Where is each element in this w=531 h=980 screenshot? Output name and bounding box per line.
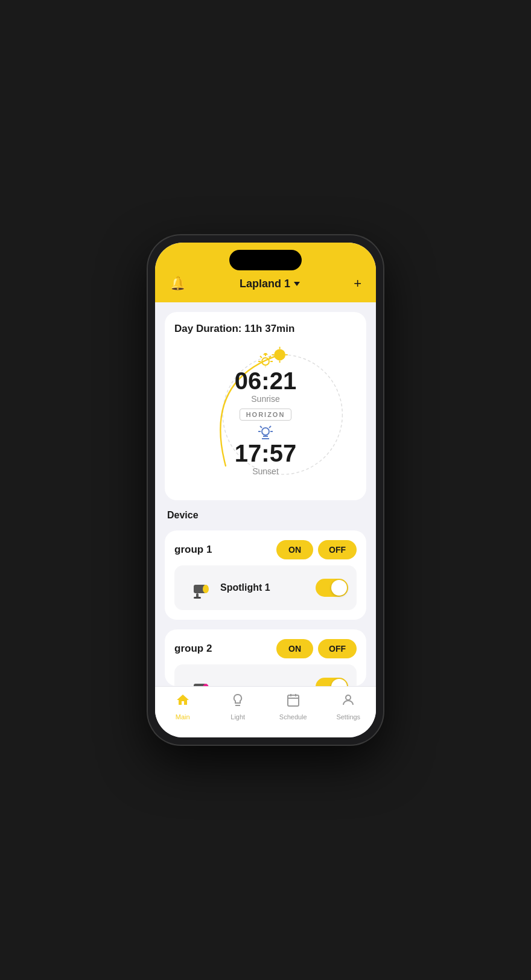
group2-toggle[interactable] xyxy=(316,678,348,686)
nav-settings[interactable]: Settings xyxy=(330,693,366,721)
sunrise-label: Sunrise xyxy=(251,394,279,404)
sunrise-icon xyxy=(256,353,275,369)
sunrise-time: 06:21 xyxy=(235,369,296,393)
nav-settings-label: Settings xyxy=(336,713,360,721)
nav-main[interactable]: Main xyxy=(165,693,201,721)
location-selector[interactable]: Lapland 1 xyxy=(240,278,300,290)
nav-light[interactable]: Light xyxy=(220,693,256,721)
group2-device-item xyxy=(174,664,357,686)
svg-line-13 xyxy=(269,356,271,358)
group1-header: group 1 ON OFF xyxy=(174,540,357,559)
group1-card: group 1 ON OFF xyxy=(165,530,366,620)
group2-card: group 2 ON OFF xyxy=(165,629,366,686)
dynamic-island xyxy=(229,250,302,270)
group2-on-button[interactable]: ON xyxy=(276,639,313,658)
svg-point-7 xyxy=(262,358,269,365)
scroll-content: Day Duration: 11h 37min xyxy=(155,302,376,686)
group2-header: group 2 ON OFF xyxy=(174,639,357,658)
svg-rect-24 xyxy=(194,597,201,599)
svg-point-22 xyxy=(203,585,209,593)
spotlight1-toggle[interactable] xyxy=(316,579,348,597)
sunrise-info: 06:21 Sunrise xyxy=(235,353,296,404)
nav-main-label: Main xyxy=(176,713,190,721)
location-name: Lapland 1 xyxy=(240,278,290,290)
nav-light-label: Light xyxy=(231,713,245,721)
toggle-knob-2 xyxy=(331,679,347,686)
sun-card: Day Duration: 11h 37min xyxy=(165,312,366,500)
phone-device: 🔔 Lapland 1 + Day Duration: 11h 37min xyxy=(148,235,383,745)
device-section-label: Device xyxy=(165,510,366,521)
group2-name: group 2 xyxy=(174,643,212,655)
add-icon[interactable]: + xyxy=(354,276,361,291)
phone-screen: 🔔 Lapland 1 + Day Duration: 11h 37min xyxy=(155,243,376,737)
group1-buttons: ON OFF xyxy=(276,540,357,559)
spotlight1-name: Spotlight 1 xyxy=(220,582,308,593)
toggle-knob xyxy=(331,580,347,596)
sunset-info: 17:57 Sunset xyxy=(235,425,296,476)
svg-line-18 xyxy=(269,426,271,428)
nav-schedule[interactable]: Schedule xyxy=(275,693,311,721)
sun-visual: 06:21 Sunrise HORIZON xyxy=(174,342,357,487)
person-icon xyxy=(341,693,355,711)
svg-rect-30 xyxy=(288,695,299,706)
svg-point-14 xyxy=(262,428,269,435)
sunset-time: 17:57 xyxy=(235,441,296,465)
svg-point-34 xyxy=(346,695,351,700)
day-duration-title: Day Duration: 11h 37min xyxy=(174,323,357,335)
spotlight1-icon xyxy=(183,573,213,603)
group1-on-button[interactable]: ON xyxy=(276,540,313,559)
chevron-down-icon xyxy=(294,282,300,286)
nav-schedule-label: Schedule xyxy=(279,713,307,721)
svg-line-12 xyxy=(260,356,262,358)
sun-center-content: 06:21 Sunrise HORIZON xyxy=(235,353,296,476)
group2-off-button[interactable]: OFF xyxy=(318,639,357,658)
calendar-icon xyxy=(286,693,300,711)
spotlight1-icon-wrap xyxy=(183,573,213,603)
spotlight1-item: Spotlight 1 xyxy=(174,565,357,610)
sunset-icon xyxy=(256,425,275,441)
notification-icon[interactable]: 🔔 xyxy=(170,276,186,291)
light-bulb-icon xyxy=(231,693,245,711)
bottom-nav: Main Light xyxy=(155,686,376,737)
home-icon xyxy=(176,693,190,711)
group2-spotlight-icon xyxy=(183,672,213,686)
group2-buttons: ON OFF xyxy=(276,639,357,658)
group2-device-icon-wrap xyxy=(183,672,213,686)
svg-line-17 xyxy=(260,426,262,428)
horizon-badge: HORIZON xyxy=(240,409,292,421)
group1-name: group 1 xyxy=(174,544,212,556)
sunset-label: Sunset xyxy=(252,466,279,476)
group1-off-button[interactable]: OFF xyxy=(318,540,357,559)
